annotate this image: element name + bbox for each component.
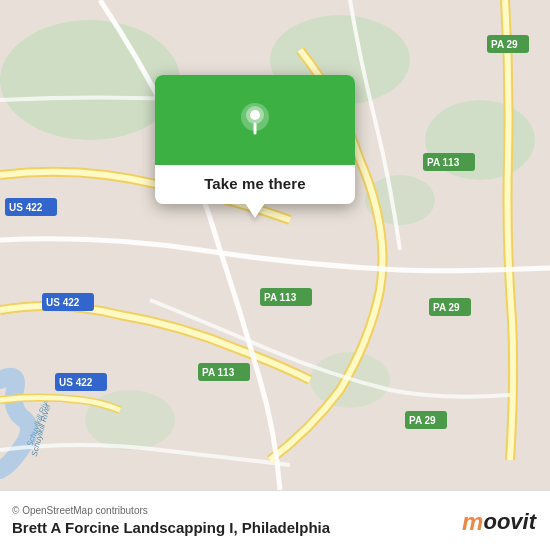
svg-text:PA 113: PA 113 xyxy=(427,157,460,168)
svg-text:PA 29: PA 29 xyxy=(433,302,460,313)
popup-card: Take me there xyxy=(155,75,355,204)
popup-button-area: Take me there xyxy=(155,165,355,204)
svg-text:US 422: US 422 xyxy=(9,202,43,213)
map-attribution: © OpenStreetMap contributors xyxy=(12,505,538,516)
bottom-bar: © OpenStreetMap contributors Brett A For… xyxy=(0,490,550,550)
svg-text:US 422: US 422 xyxy=(59,377,93,388)
popup-green-header xyxy=(155,75,355,165)
location-pin-icon xyxy=(236,101,274,139)
map-container: Schuylkill River PA 29 PA 113 xyxy=(0,0,550,490)
svg-point-30 xyxy=(250,110,260,120)
moovit-m-letter: m xyxy=(462,508,483,536)
svg-text:US 422: US 422 xyxy=(46,297,80,308)
svg-text:PA 29: PA 29 xyxy=(491,39,518,50)
svg-point-1 xyxy=(0,20,180,140)
take-me-there-button[interactable]: Take me there xyxy=(204,175,306,192)
moovit-logo: moovit xyxy=(462,508,536,536)
moovit-text: oovit xyxy=(483,509,536,535)
svg-text:PA 113: PA 113 xyxy=(264,292,297,303)
svg-text:PA 29: PA 29 xyxy=(409,415,436,426)
svg-point-6 xyxy=(85,390,175,450)
location-title: Brett A Forcine Landscapping I, Philadel… xyxy=(12,519,538,536)
svg-text:PA 113: PA 113 xyxy=(202,367,235,378)
